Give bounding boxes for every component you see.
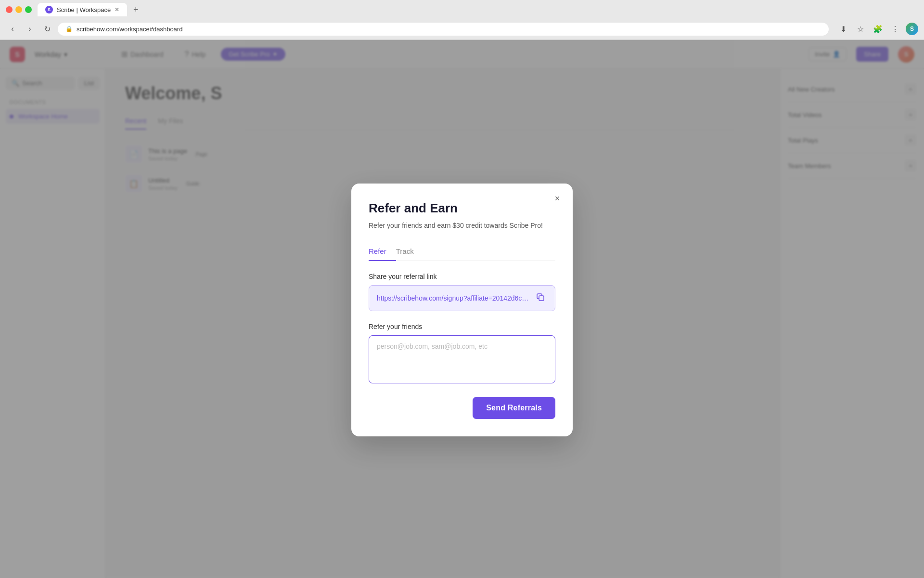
browser-tabs: S Scribe | Workspace ✕ +: [38, 3, 822, 16]
lock-icon: 🔒: [65, 26, 73, 32]
refer-earn-modal: × Refer and Earn Refer your friends and …: [351, 184, 573, 436]
address-bar[interactable]: 🔒 scribehow.com/workspace#dashboard: [58, 23, 829, 36]
extension-icon[interactable]: 🧩: [871, 22, 885, 36]
star-icon[interactable]: ☆: [854, 22, 867, 36]
referral-link-section-label: Share your referral link: [369, 273, 555, 280]
minimize-window-button[interactable]: [15, 6, 22, 13]
tab-track[interactable]: Track: [396, 242, 424, 261]
close-icon: ×: [555, 194, 560, 204]
browser-profile-avatar[interactable]: S: [906, 23, 918, 35]
modal-tabs: Refer Track: [369, 242, 555, 261]
tab-refer[interactable]: Refer: [369, 242, 396, 261]
copy-link-button[interactable]: [534, 291, 547, 305]
modal-backdrop[interactable]: × Refer and Earn Refer your friends and …: [0, 40, 924, 578]
new-tab-button[interactable]: +: [129, 3, 142, 16]
app-wrapper: S Workday ▾ ⊞ Dashboard ? Help Get Scrib…: [0, 40, 924, 578]
tab-title: Scribe | Workspace: [57, 6, 111, 13]
address-bar-row: ‹ › ↻ 🔒 scribehow.com/workspace#dashboar…: [0, 19, 924, 39]
maximize-window-button[interactable]: [25, 6, 32, 13]
download-icon[interactable]: ⬇: [836, 22, 850, 36]
modal-subtitle: Refer your friends and earn $30 credit t…: [369, 221, 555, 231]
active-tab[interactable]: S Scribe | Workspace ✕: [38, 3, 127, 16]
referral-link-text: https://scribehow.com/signup?affiliate=2…: [377, 294, 529, 302]
close-window-button[interactable]: [6, 6, 13, 13]
reload-button[interactable]: ↻: [40, 22, 54, 36]
browser-chrome: S Scribe | Workspace ✕ + ‹ › ↻ 🔒 scribeh…: [0, 0, 924, 40]
browser-actions: ⬇ ☆ 🧩 ⋮ S: [836, 22, 918, 36]
address-text: scribehow.com/workspace#dashboard: [77, 26, 182, 33]
settings-icon[interactable]: ⋮: [888, 22, 902, 36]
title-bar: S Scribe | Workspace ✕ +: [0, 0, 924, 19]
tab-close-button[interactable]: ✕: [115, 6, 119, 13]
back-button[interactable]: ‹: [6, 22, 19, 36]
refer-friends-label: Refer your friends: [369, 323, 555, 330]
copy-icon: [536, 292, 545, 304]
tab-favicon: S: [45, 6, 53, 13]
forward-button[interactable]: ›: [23, 22, 37, 36]
send-referrals-button[interactable]: Send Referrals: [473, 397, 555, 419]
modal-close-button[interactable]: ×: [550, 191, 565, 207]
modal-title: Refer and Earn: [369, 201, 555, 216]
svg-rect-0: [539, 296, 544, 301]
window-controls[interactable]: [6, 6, 32, 13]
referral-link-box: https://scribehow.com/signup?affiliate=2…: [369, 285, 555, 311]
refer-friends-input[interactable]: [369, 335, 555, 383]
